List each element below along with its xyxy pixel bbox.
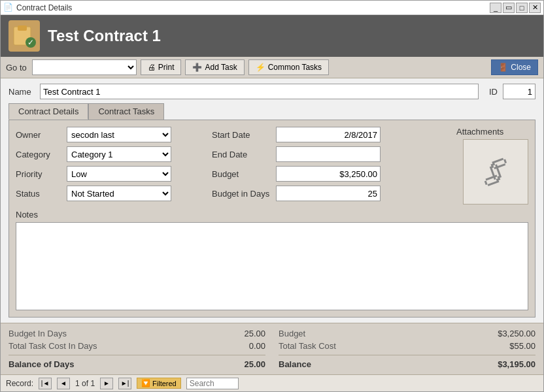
category-label: Category bbox=[16, 150, 61, 159]
add-task-button[interactable]: ➕ Add Task bbox=[185, 59, 244, 75]
total-task-cost-value: $55.00 bbox=[509, 341, 536, 351]
print-button[interactable]: 🖨 Print bbox=[141, 59, 182, 75]
total-task-cost-label: Total Task Cost bbox=[279, 341, 336, 351]
attachments-area: Attachments 🖇 bbox=[456, 127, 528, 204]
end-date-row: End Date bbox=[212, 146, 437, 162]
filtered-badge: 🔽 Filtered bbox=[137, 378, 181, 389]
status-row: Status Not Started In Progress Completed bbox=[16, 186, 199, 201]
id-input[interactable] bbox=[503, 84, 536, 99]
tab-contract-details[interactable]: Contract Details bbox=[8, 103, 88, 120]
priority-label: Priority bbox=[16, 169, 61, 179]
balance-label: Balance bbox=[279, 359, 311, 369]
nav-next-button[interactable]: ► bbox=[100, 378, 113, 389]
nav-prev-button[interactable]: ◄ bbox=[57, 378, 70, 389]
budget-in-days-row: Budget In Days 25.00 bbox=[8, 329, 265, 338]
nav-last-button[interactable]: ►| bbox=[118, 378, 131, 389]
window-title: Contract Details bbox=[16, 3, 490, 12]
summary-section: Budget In Days 25.00 Total Task Cost In … bbox=[1, 323, 543, 374]
goto-label: Go to bbox=[6, 63, 27, 73]
main-content: Name ID Contract Details Contract Tasks bbox=[1, 78, 543, 323]
window-icon: 📄 bbox=[3, 3, 14, 13]
priority-row: Priority Low Medium High bbox=[16, 166, 199, 182]
tab-bar: Contract Details Contract Tasks bbox=[8, 103, 536, 120]
form-right: Start Date End Date Budget Budget i bbox=[212, 127, 437, 204]
owner-label: Owner bbox=[16, 130, 61, 140]
owner-row: Owner secodn last bbox=[16, 127, 199, 142]
start-date-row: Start Date bbox=[212, 127, 437, 142]
status-label: Status bbox=[16, 189, 61, 199]
balance-of-days-value: 25.00 bbox=[244, 359, 265, 369]
title-bar-controls: _ ▭ □ ✕ bbox=[490, 3, 541, 13]
category-select[interactable]: Category 1 bbox=[67, 146, 171, 162]
budget-in-days-summary-value: 25.00 bbox=[244, 329, 265, 338]
end-date-label: End Date bbox=[212, 150, 271, 159]
budget-in-days-summary-label: Budget In Days bbox=[8, 329, 67, 338]
goto-combo[interactable] bbox=[32, 59, 137, 75]
name-input[interactable] bbox=[40, 84, 479, 99]
add-icon: ➕ bbox=[192, 63, 202, 72]
end-date-input[interactable] bbox=[276, 146, 381, 162]
budget-row: Budget bbox=[212, 166, 437, 182]
name-row: Name ID bbox=[8, 84, 536, 99]
budget-summary-value: $3,250.00 bbox=[498, 329, 536, 338]
tasks-icon: ⚡ bbox=[256, 63, 265, 72]
summary-left: Budget In Days 25.00 Total Task Cost In … bbox=[8, 329, 265, 369]
status-select[interactable]: Not Started In Progress Completed bbox=[67, 186, 171, 201]
notes-textarea[interactable] bbox=[16, 222, 528, 310]
start-date-input[interactable] bbox=[276, 127, 381, 142]
tab-contract-tasks[interactable]: Contract Tasks bbox=[88, 103, 164, 120]
app-header-title: Test Contract 1 bbox=[48, 27, 161, 45]
app-header: ✓ Test Contract 1 bbox=[1, 15, 543, 57]
header-icon: ✓ bbox=[8, 20, 40, 52]
svg-rect-1 bbox=[18, 25, 27, 31]
record-label: Record: bbox=[6, 379, 33, 388]
search-input[interactable] bbox=[186, 378, 239, 389]
tabs-container: Contract Details Contract Tasks Owner se… bbox=[8, 103, 536, 318]
priority-select[interactable]: Low Medium High bbox=[67, 166, 171, 182]
paperclip-icon: 🖇 bbox=[475, 150, 517, 194]
start-date-label: Start Date bbox=[212, 130, 271, 140]
budget-days-row: Budget in Days bbox=[212, 186, 437, 201]
form-grid: Owner secodn last Category Category 1 bbox=[16, 127, 528, 204]
budget-summary-label: Budget bbox=[279, 329, 305, 338]
record-info: 1 of 1 bbox=[75, 379, 95, 388]
balance-row: Balance $3,195.00 bbox=[279, 359, 536, 369]
close-button[interactable]: 🚪 Close bbox=[491, 59, 538, 75]
maximize-button[interactable]: □ bbox=[516, 3, 528, 13]
main-window: 📄 Contract Details _ ▭ □ ✕ ✓ Test Contra… bbox=[0, 0, 544, 392]
close-icon: 🚪 bbox=[498, 63, 508, 72]
budget-days-label: Budget in Days bbox=[212, 189, 271, 199]
printer-icon: 🖨 bbox=[148, 63, 156, 72]
balance-value: $3,195.00 bbox=[498, 359, 536, 369]
notes-label: Notes bbox=[16, 210, 528, 220]
budget-days-input[interactable] bbox=[276, 186, 381, 201]
notes-section: Notes bbox=[16, 210, 528, 310]
title-bar: 📄 Contract Details _ ▭ □ ✕ bbox=[1, 1, 543, 15]
restore-button[interactable]: ▭ bbox=[503, 3, 515, 13]
total-task-cost-days-row: Total Task Cost In Days 0.00 bbox=[8, 341, 265, 351]
total-task-cost-row: Total Task Cost $55.00 bbox=[279, 341, 536, 351]
minimize-button[interactable]: _ bbox=[490, 3, 502, 13]
attachments-label: Attachments bbox=[456, 127, 503, 137]
category-row: Category Category 1 bbox=[16, 146, 199, 162]
common-tasks-button[interactable]: ⚡ Common Tasks bbox=[248, 59, 329, 75]
summary-right: Budget $3,250.00 Total Task Cost $55.00 … bbox=[279, 329, 536, 369]
balance-of-days-label: Balance of Days bbox=[8, 359, 74, 369]
total-task-cost-days-label: Total Task Cost In Days bbox=[8, 341, 97, 351]
budget-summary-row: Budget $3,250.00 bbox=[279, 329, 536, 338]
svg-text:✓: ✓ bbox=[27, 38, 34, 47]
balance-of-days-row: Balance of Days 25.00 bbox=[8, 359, 265, 369]
status-bar: Record: |◄ ◄ 1 of 1 ► ►| 🔽 Filtered bbox=[1, 374, 543, 391]
attachments-box[interactable]: 🖇 bbox=[463, 139, 528, 204]
filtered-label: Filtered bbox=[152, 380, 177, 387]
filter-icon: 🔽 bbox=[141, 379, 150, 387]
owner-select[interactable]: secodn last bbox=[67, 127, 171, 142]
budget-input[interactable] bbox=[276, 166, 381, 182]
budget-label: Budget bbox=[212, 169, 271, 179]
close-window-button[interactable]: ✕ bbox=[529, 3, 541, 13]
toolbar: Go to 🖨 Print ➕ Add Task ⚡ Common Tasks … bbox=[1, 57, 543, 78]
name-label: Name bbox=[8, 87, 35, 97]
nav-first-button[interactable]: |◄ bbox=[39, 378, 52, 389]
total-task-cost-days-value: 0.00 bbox=[249, 341, 265, 351]
tab-content: Owner secodn last Category Category 1 bbox=[8, 120, 536, 318]
